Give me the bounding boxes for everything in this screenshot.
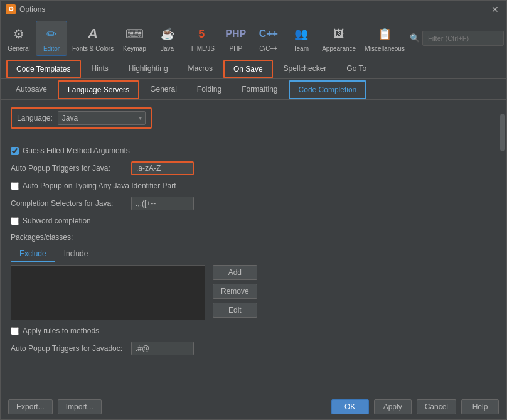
auto-popup-java-label: Auto Popup Triggers for Java: bbox=[11, 164, 124, 173]
apply-rules-checkbox[interactable] bbox=[11, 327, 19, 335]
scrollbar-thumb bbox=[500, 114, 505, 151]
auto-popup-typing-label: Auto Popup on Typing Any Java Identifier… bbox=[23, 181, 176, 190]
packages-list[interactable] bbox=[11, 265, 205, 320]
tab-exclude[interactable]: Exclude bbox=[11, 247, 55, 262]
auto-popup-javadoc-row: Auto Popup Triggers for Javadoc: bbox=[11, 342, 489, 355]
toolbar-java[interactable]: ☕ Java bbox=[152, 21, 183, 56]
toolbar-keymap[interactable]: ⌨ Keymap bbox=[119, 21, 150, 56]
auto-popup-java-input[interactable] bbox=[131, 161, 194, 175]
tab-code-templates[interactable]: Code Templates bbox=[6, 60, 81, 78]
tab-macros[interactable]: Macros bbox=[179, 60, 222, 78]
bottom-bar: Export... Import... OK Apply Cancel Help bbox=[1, 394, 506, 419]
main-content: Language: Java PHP HTML/JS CSS XML SQL C… bbox=[1, 100, 499, 394]
toolbar-keymap-label: Keymap bbox=[123, 45, 146, 52]
import-button[interactable]: Import... bbox=[58, 399, 102, 414]
title-bar: ⚙ Options ✕ bbox=[1, 1, 506, 18]
toolbar-htmljs[interactable]: 5 HTML/JS bbox=[184, 21, 219, 56]
toolbar-appearance-label: Appearance bbox=[322, 45, 356, 52]
list-area: Add Remove Edit bbox=[11, 265, 489, 320]
toolbar-general-label: General bbox=[8, 45, 30, 52]
auto-popup-javadoc-label: Auto Popup Triggers for Javadoc: bbox=[11, 344, 124, 353]
tab-include[interactable]: Include bbox=[55, 247, 97, 262]
tab-formatting[interactable]: Formatting bbox=[232, 80, 287, 99]
close-button[interactable]: ✕ bbox=[489, 3, 501, 16]
language-row: Language: Java PHP HTML/JS CSS XML SQL C… bbox=[11, 107, 152, 129]
toolbar-php[interactable]: PHP PHP bbox=[220, 21, 252, 56]
nav-tabs-row1: Code Templates Hints Highlighting Macros… bbox=[1, 58, 506, 79]
toolbar-editor-label: Editor bbox=[43, 45, 60, 52]
php-icon: PHP bbox=[226, 24, 246, 44]
remove-button[interactable]: Remove bbox=[213, 284, 257, 299]
language-section: Language: Java PHP HTML/JS CSS XML SQL C… bbox=[11, 107, 489, 137]
add-button[interactable]: Add bbox=[213, 265, 257, 280]
packages-section: Packages/classes: Exclude Include Add Re… bbox=[11, 233, 489, 320]
tab-code-completion[interactable]: Code Completion bbox=[289, 80, 367, 99]
completion-selectors-input[interactable] bbox=[131, 197, 194, 210]
toolbar-htmljs-label: HTML/JS bbox=[188, 45, 215, 52]
cancel-button[interactable]: Cancel bbox=[417, 399, 456, 414]
window-title: Options bbox=[19, 5, 489, 14]
auto-popup-typing-checkbox[interactable] bbox=[11, 182, 19, 190]
htmljs-icon: 5 bbox=[191, 24, 211, 44]
toolbar-general[interactable]: ⚙ General bbox=[3, 21, 35, 56]
help-button[interactable]: Help bbox=[461, 399, 499, 414]
guess-filled-row: Guess Filled Method Arguments bbox=[11, 146, 489, 155]
list-buttons: Add Remove Edit bbox=[213, 265, 257, 320]
java-icon: ☕ bbox=[157, 24, 178, 44]
toolbar-editor[interactable]: ✏ Editor bbox=[36, 21, 67, 56]
tab-highlighting[interactable]: Highlighting bbox=[119, 60, 178, 78]
misc-icon: 📋 bbox=[375, 24, 395, 44]
apply-button[interactable]: Apply bbox=[374, 399, 412, 414]
toolbar-fonts-label: Fonts & Colors bbox=[72, 45, 114, 52]
completion-selectors-row: Completion Selectors for Java: bbox=[11, 197, 489, 210]
bottom-left-buttons: Export... Import... bbox=[8, 399, 102, 414]
language-select-wrapper: Java PHP HTML/JS CSS XML SQL C/C++ bbox=[58, 111, 146, 125]
toolbar-team-label: Team bbox=[294, 45, 309, 52]
ok-button[interactable]: OK bbox=[331, 399, 369, 414]
tab-hints[interactable]: Hints bbox=[82, 60, 118, 78]
tab-autosave[interactable]: Autosave bbox=[6, 80, 56, 99]
toolbar-java-label: Java bbox=[161, 45, 174, 52]
search-icon: 🔍 bbox=[410, 33, 420, 43]
general-icon: ⚙ bbox=[9, 24, 29, 44]
tab-language-servers[interactable]: Language Servers bbox=[58, 80, 139, 99]
toolbar-cpp-label: C/C++ bbox=[259, 45, 277, 52]
auto-popup-javadoc-input[interactable] bbox=[131, 342, 194, 355]
editor-icon: ✏ bbox=[41, 24, 61, 44]
toolbar: ⚙ General ✏ Editor A Fonts & Colors ⌨ Ke… bbox=[1, 18, 506, 58]
scrollbar[interactable] bbox=[499, 100, 506, 394]
cpp-icon: C++ bbox=[259, 24, 279, 44]
apply-rules-row: Apply rules to methods bbox=[11, 326, 489, 335]
auto-popup-java-row: Auto Popup Triggers for Java: bbox=[11, 161, 489, 175]
guess-filled-checkbox[interactable] bbox=[11, 147, 19, 155]
toolbar-team[interactable]: 👥 Team bbox=[286, 21, 317, 56]
bottom-right-buttons: OK Apply Cancel Help bbox=[331, 399, 499, 414]
toolbar-appearance[interactable]: 🖼 Appearance bbox=[318, 21, 360, 56]
content-area: Language: Java PHP HTML/JS CSS XML SQL C… bbox=[1, 100, 506, 394]
toolbar-fonts[interactable]: A Fonts & Colors bbox=[68, 21, 117, 56]
language-select[interactable]: Java PHP HTML/JS CSS XML SQL C/C++ bbox=[58, 111, 146, 125]
filter-input[interactable] bbox=[422, 31, 504, 46]
toolbar-misc[interactable]: 📋 Miscellaneous bbox=[361, 21, 408, 56]
tab-on-save[interactable]: On Save bbox=[223, 60, 273, 78]
export-button[interactable]: Export... bbox=[8, 399, 53, 414]
filter-area: 🔍 bbox=[410, 31, 504, 46]
tab-folding[interactable]: Folding bbox=[188, 80, 231, 99]
subword-label: Subword completion bbox=[23, 217, 91, 225]
tab-go-to[interactable]: Go To bbox=[337, 60, 376, 78]
toolbar-php-label: PHP bbox=[229, 45, 242, 52]
tab-spellchecker[interactable]: Spellchecker bbox=[274, 60, 336, 78]
toolbar-cpp[interactable]: C++ C/C++ bbox=[253, 21, 284, 56]
language-label: Language: bbox=[17, 114, 53, 122]
guess-filled-label: Guess Filled Method Arguments bbox=[23, 146, 130, 155]
team-icon: 👥 bbox=[291, 24, 311, 44]
app-icon: ⚙ bbox=[6, 4, 16, 14]
auto-popup-typing-row: Auto Popup on Typing Any Java Identifier… bbox=[11, 181, 489, 190]
exclude-include-tabs: Exclude Include bbox=[11, 247, 489, 262]
toolbar-misc-label: Miscellaneous bbox=[365, 45, 405, 52]
packages-title: Packages/classes: bbox=[11, 233, 489, 242]
edit-button[interactable]: Edit bbox=[213, 303, 257, 318]
tab-general2[interactable]: General bbox=[141, 80, 186, 99]
subword-checkbox[interactable] bbox=[11, 217, 19, 225]
keymap-icon: ⌨ bbox=[124, 24, 144, 44]
